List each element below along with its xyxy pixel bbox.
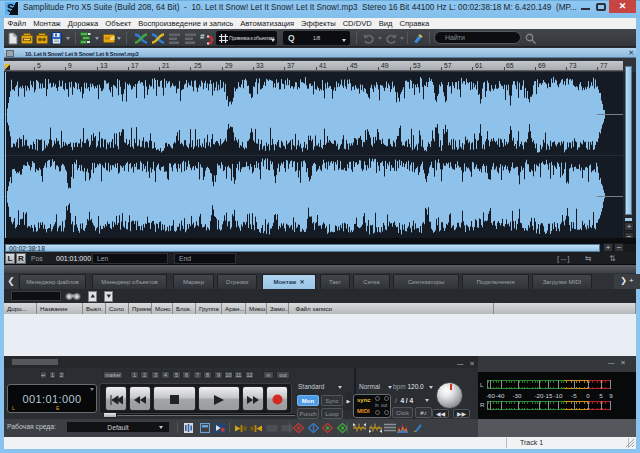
svg-text:#: # <box>200 32 205 41</box>
